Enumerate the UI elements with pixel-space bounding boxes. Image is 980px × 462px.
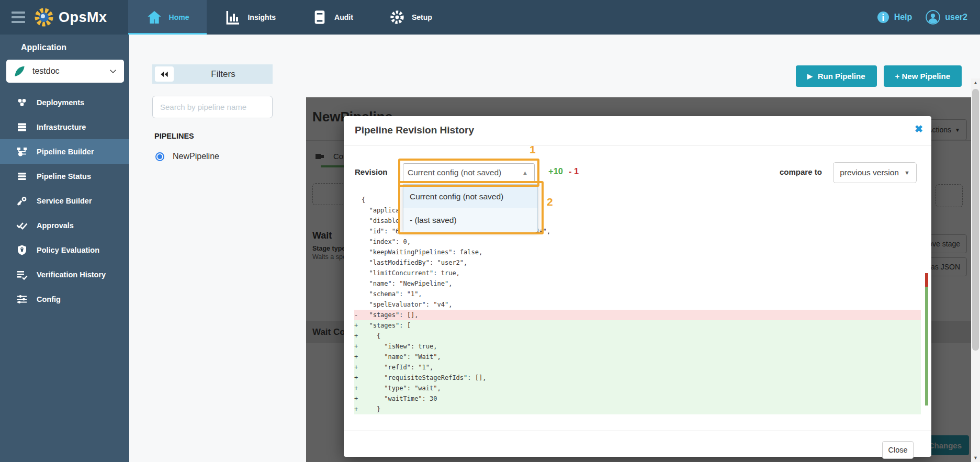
setup-gear-icon [389, 9, 405, 26]
top-actions: ▶ Run Pipeline + New Pipeline [796, 65, 962, 87]
sidebar: Application testdoc Deployments Infrastr… [0, 35, 129, 462]
sidebar-item-label: Service Builder [37, 197, 92, 205]
audit-icon [311, 9, 328, 26]
scroll-down-arrow[interactable]: ▼ [971, 454, 980, 462]
pipeline-revision-history-modal: Pipeline Revision History ✖ Revision Cur… [344, 116, 931, 457]
diff-line-added: + "type": "wait", [354, 383, 921, 393]
play-icon: ▶ [807, 72, 813, 80]
sidebar-item-label: Verification History [37, 271, 106, 279]
search-input[interactable] [152, 96, 273, 118]
revision-select[interactable]: Current config (not saved) ▲ [403, 163, 535, 182]
sidebar-item-label: Deployments [37, 98, 84, 107]
revision-label: Revision [355, 167, 388, 176]
sidebar-item-approvals[interactable]: Approvals [0, 213, 129, 238]
diff-line-added: + "refId": "1", [354, 362, 921, 373]
sidebar-item-pipeline-status[interactable]: Pipeline Status [0, 164, 129, 188]
tab-audit[interactable]: Audit [294, 0, 371, 35]
sidebar-item-config[interactable]: Config [0, 287, 129, 311]
radio-selected-icon[interactable] [155, 152, 164, 161]
filters-title: Filters [174, 69, 273, 80]
sidebar-item-service-builder[interactable]: Service Builder [0, 188, 129, 213]
diff-line: "lastModifiedBy": "user2", [354, 257, 921, 268]
sidebar-item-pipeline-builder[interactable]: Pipeline Builder [0, 139, 129, 164]
sidebar-item-deployments[interactable]: Deployments [0, 90, 129, 115]
deployments-icon [16, 96, 28, 109]
pipeline-list-item[interactable]: NewPipeline [155, 152, 219, 161]
tab-insights[interactable]: Insights [207, 0, 294, 35]
sidebar-item-infrastructure[interactable]: Infrastructure [0, 115, 129, 139]
close-button[interactable]: Close [882, 441, 914, 459]
opsmx-gear-icon [33, 7, 54, 28]
user-menu[interactable]: user2 [926, 10, 967, 25]
config-icon [16, 293, 28, 306]
home-icon [146, 9, 163, 26]
revision-select-value: Current config (not saved) [403, 168, 522, 177]
caret-up-icon: ▲ [522, 170, 534, 176]
diff-line-added: + { [354, 331, 921, 341]
annotation-number-1: 1 [530, 143, 536, 156]
user-label: user2 [945, 13, 967, 22]
brand-name: OpsMx [59, 9, 107, 26]
run-pipeline-label: Run Pipeline [818, 72, 865, 81]
collapse-filters-button[interactable] [155, 66, 174, 82]
nav-tabs: Home Insights Audit Setup [128, 0, 450, 35]
chevron-down-icon [108, 66, 118, 76]
diff-line: "name": "NewPipeline", [354, 278, 921, 289]
run-pipeline-button[interactable]: ▶ Run Pipeline [796, 65, 877, 87]
tab-audit-label: Audit [334, 13, 353, 21]
diff-line: "limitConcurrent": true, [354, 268, 921, 278]
avatar-icon [926, 10, 940, 25]
rewind-icon [160, 71, 169, 78]
diff-line: "spelEvaluator": "v4", [354, 299, 921, 310]
compare-to-label: compare to [780, 167, 822, 176]
app-root: OpsMx Home Insights Audit Setup [0, 0, 980, 462]
modal-header: Pipeline Revision History ✖ [344, 116, 931, 145]
help-button[interactable]: Help [877, 11, 913, 24]
diff-overview-removed [925, 273, 928, 287]
sidebar-item-policy-evaluation[interactable]: Policy Evaluation [0, 238, 129, 262]
tab-setup-label: Setup [412, 13, 432, 21]
caret-down-icon: ▼ [904, 170, 910, 176]
sidebar-item-label: Policy Evaluation [37, 246, 99, 254]
compare-to-value: previous version [840, 168, 899, 177]
pipeline-name-label: NewPipeline [173, 152, 219, 161]
compare-to-select[interactable]: previous version ▼ [833, 162, 917, 183]
scrollbar-thumb[interactable] [972, 89, 979, 351]
sidebar-item-label: Approvals [37, 221, 74, 230]
diff-line: "keepWaitingPipelines": false, [354, 247, 921, 257]
sidebar-item-verification-history[interactable]: Verification History [0, 262, 129, 287]
modal-title: Pipeline Revision History [355, 125, 474, 136]
sidebar-item-label: Pipeline Builder [37, 148, 94, 156]
policy-shield-icon [16, 244, 28, 256]
diff-overview-bar [925, 273, 928, 405]
modal-footer-divider [344, 431, 931, 431]
diff-line-added: + "name": "Wait", [354, 352, 921, 362]
sidebar-item-label: Config [37, 295, 61, 303]
application-name: testdoc [32, 66, 108, 76]
dropdown-option-last-saved[interactable]: - (last saved) [403, 208, 537, 232]
infrastructure-icon [16, 121, 28, 133]
annotation-number-2: 2 [547, 196, 553, 208]
close-icon[interactable]: ✖ [915, 123, 923, 135]
verification-history-icon [16, 268, 28, 281]
dropdown-option-current-config[interactable]: Current config (not saved) [403, 185, 537, 208]
new-pipeline-button[interactable]: + New Pipeline [884, 65, 962, 87]
service-builder-icon [16, 195, 28, 207]
lines-added-count: +10 [548, 166, 563, 176]
help-label: Help [894, 13, 913, 22]
tab-home[interactable]: Home [128, 0, 207, 35]
application-selector[interactable]: testdoc [6, 60, 124, 83]
page-scrollbar[interactable]: ▲ ▼ [971, 78, 980, 462]
lines-removed-count: - 1 [569, 166, 579, 176]
new-pipeline-label: + New Pipeline [895, 72, 950, 81]
application-leaf-icon [13, 64, 26, 78]
tab-home-label: Home [169, 13, 189, 21]
menu-icon[interactable] [0, 0, 33, 35]
scroll-up-arrow[interactable]: ▲ [971, 78, 980, 87]
tab-setup[interactable]: Setup [371, 0, 450, 35]
navbar-right: Help user2 [877, 0, 980, 35]
pipelines-heading: PIPELINES [154, 132, 194, 140]
diff-line-added: + "isNew": true, [354, 341, 921, 352]
diff-line-removed: - "stages": [], [354, 310, 921, 320]
approvals-icon [16, 219, 28, 232]
